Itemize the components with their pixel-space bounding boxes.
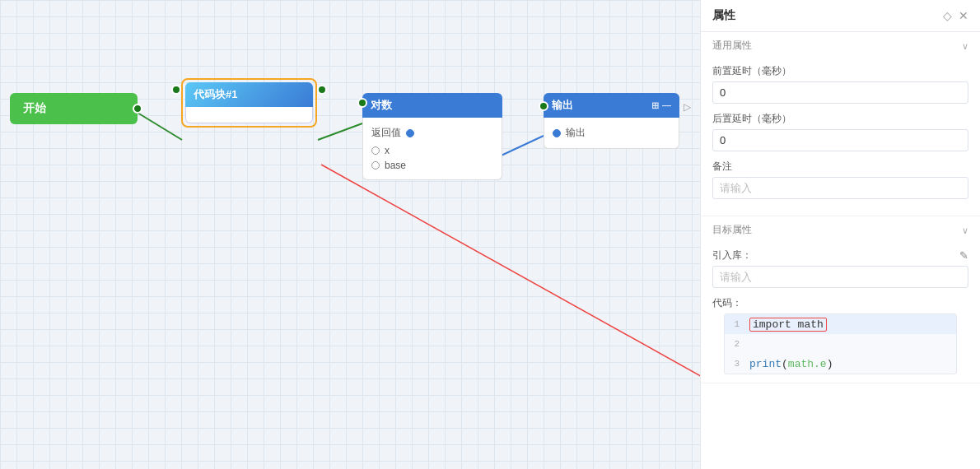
general-section: 通用属性 前置延时（毫秒） 后置延时（毫秒） 备注 [701,32,980,216]
output-node-body: ▷ 输出 [544,118,679,149]
log-return-label: 返回值 [371,126,401,140]
log-x-label: x [385,145,390,156]
panel-title: 属性 [712,8,735,23]
start-node-output-port[interactable] [133,104,142,114]
log-node-header: 对数 [362,93,502,118]
codeblock-node[interactable]: 代码块#1 [181,78,317,128]
line-number-3: 3 [725,359,744,369]
start-node-header: 开始 [10,93,138,124]
import-edit-icon[interactable]: ✎ [959,249,968,262]
code-print: print [749,358,782,370]
line-content-3: print(math.e) [744,356,956,372]
log-return-row: 返回值 [371,126,493,140]
general-chevron-icon [962,39,968,52]
code-section: 代码： 1 import math [712,296,968,374]
svg-line-3 [321,165,700,403]
pre-delay-group: 前置延时（毫秒） [712,64,968,104]
code-line1-text: import math [753,318,824,331]
panel-scroll[interactable]: 通用属性 前置延时（毫秒） 后置延时（毫秒） 备注 [701,32,980,469]
codeblock-node-label: 代码块#1 [194,87,237,102]
output-arrow-icon: ▷ [684,101,691,113]
output-port-dot[interactable] [553,129,561,137]
line-number-2: 2 [725,339,744,349]
codeblock-node-body [185,107,313,123]
code-editor[interactable]: 1 import math 2 [724,313,957,374]
code-mathe: math.e [788,358,827,370]
post-delay-group: 后置延时（毫秒） [712,112,968,151]
note-input[interactable] [712,177,968,199]
log-base-port[interactable] [371,161,380,169]
code-line-3: 3 print(math.e) [725,354,956,374]
line-content-1: import math [744,317,956,332]
code-label: 代码： [712,296,968,310]
import-row: 引入库： ✎ [712,248,968,262]
output-node-header: 输出 ⊞ — [544,93,679,118]
log-x-port[interactable] [371,146,380,155]
panel-header-icons: ◇ ✕ [943,10,968,21]
post-delay-input[interactable] [712,129,968,151]
start-node[interactable]: 开始 [10,93,138,124]
note-group: 备注 [712,160,968,199]
output-label-row: 输出 [553,126,670,140]
pre-delay-input[interactable] [712,81,968,104]
output-node[interactable]: 输出 ⊞ — ▷ 输出 [544,93,679,149]
codeblock-inner: 代码块#1 [185,82,313,123]
start-node-label: 开始 [23,101,46,116]
pre-delay-label: 前置延时（毫秒） [712,64,968,78]
log-x-row: x [371,145,493,156]
post-delay-label: 后置延时（毫秒） [712,112,968,126]
log-return-port[interactable] [406,129,414,137]
svg-line-1 [318,123,362,140]
import-input[interactable] [712,266,968,288]
log-node-body: 返回值 x base [362,118,502,180]
codeblock-node-header: 代码块#1 [185,82,313,107]
general-section-label: 通用属性 [712,39,752,53]
panel-header: 属性 ◇ ✕ [701,0,980,32]
output-label: 输出 [566,126,586,140]
import-input-group [712,266,968,288]
target-section-header[interactable]: 目标属性 [701,216,980,244]
code-line-2: 2 [725,334,956,354]
panel-close-icon[interactable]: ✕ [959,10,968,21]
panel-expand-icon[interactable]: ◇ [943,10,952,21]
import-label: 引入库： [712,248,752,262]
target-chevron-icon [962,224,968,236]
import-math-highlighted: import math [749,318,827,332]
target-section-body: 引入库： ✎ 代码： 1 import ma [701,244,980,383]
code-paren-close: ) [827,358,833,370]
target-section: 目标属性 引入库： ✎ 代码： 1 [701,216,980,383]
svg-line-0 [138,113,182,140]
target-section-label: 目标属性 [712,223,752,237]
code-paren-open: ( [782,358,788,370]
log-base-row: base [371,160,493,171]
line-number-1: 1 [725,319,744,329]
output-close-icon[interactable]: — [662,100,671,111]
log-node[interactable]: 对数 返回值 x base [362,93,502,180]
codeblock-outer: 代码块#1 [181,78,317,128]
log-base-label: base [385,160,406,171]
right-panel: 属性 ◇ ✕ 通用属性 前置延时（毫秒） 后置延时（毫秒） [700,0,980,469]
output-node-label: 输出 [552,98,573,113]
log-input-port[interactable] [357,98,367,108]
output-expand-icon[interactable]: ⊞ [651,100,659,111]
output-input-port[interactable] [539,101,548,111]
code-line-1: 1 import math [725,314,956,334]
note-label: 备注 [712,160,968,174]
general-section-body: 前置延时（毫秒） 后置延时（毫秒） 备注 [701,59,980,216]
canvas-area[interactable]: 开始 代码块#1 对数 [0,0,700,469]
log-node-label: 对数 [371,98,392,113]
connection-lines [0,0,700,469]
general-section-header[interactable]: 通用属性 [701,32,980,59]
line-content-2 [744,342,956,346]
